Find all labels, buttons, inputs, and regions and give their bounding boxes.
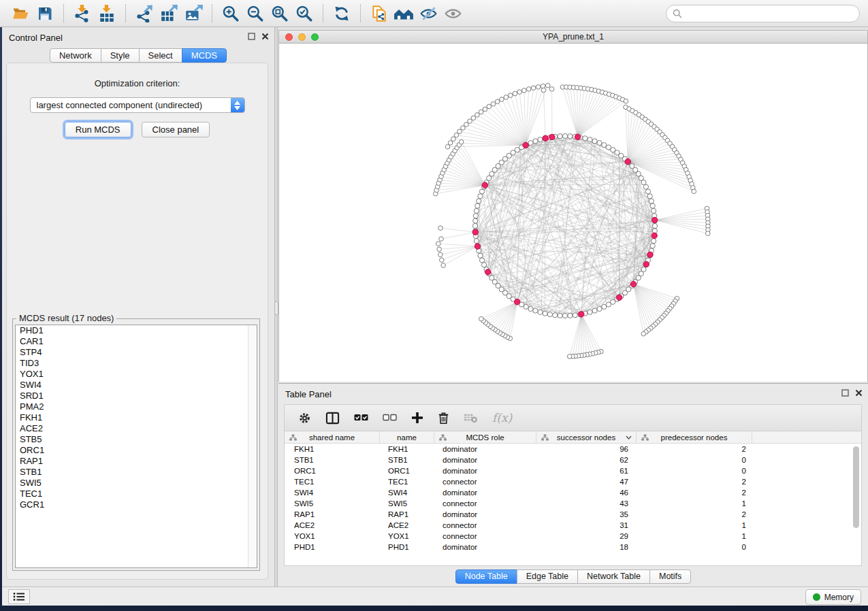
network-node[interactable] <box>543 311 547 316</box>
network-node[interactable] <box>471 116 476 120</box>
mcds-result-item[interactable]: SWI4 <box>16 380 257 391</box>
column-header-mcds-role[interactable]: MCDS role <box>434 431 536 443</box>
mcds-hub-node[interactable] <box>579 312 584 317</box>
table-row[interactable]: ORC1ORC1dominator610 <box>285 465 861 476</box>
network-node[interactable] <box>533 308 538 313</box>
function-builder-button[interactable]: f(x) <box>492 411 512 425</box>
column-header-shared-name[interactable]: shared name <box>285 431 380 443</box>
network-node[interactable] <box>528 140 533 145</box>
network-node[interactable] <box>558 134 562 139</box>
create-column-button[interactable] <box>411 412 423 424</box>
mcds-hub-node[interactable] <box>485 269 491 275</box>
network-node[interactable] <box>647 194 652 199</box>
network-node[interactable] <box>533 139 538 144</box>
tab-network[interactable]: Network <box>50 48 101 63</box>
network-node[interactable] <box>517 90 522 95</box>
network-node[interactable] <box>474 239 479 244</box>
network-node[interactable] <box>524 304 528 309</box>
network-node[interactable] <box>652 223 657 228</box>
memory-button[interactable]: Memory <box>805 589 861 605</box>
mcds-result-item[interactable]: STB1 <box>16 467 257 478</box>
network-node[interactable] <box>479 110 483 114</box>
import-network-button[interactable] <box>70 3 95 24</box>
mcds-hub-node[interactable] <box>523 142 528 148</box>
network-canvas[interactable] <box>279 44 867 382</box>
mcds-result-item[interactable]: SRD1 <box>16 391 257 401</box>
network-node[interactable] <box>461 126 466 131</box>
list-scrollbar[interactable] <box>248 325 257 567</box>
network-node[interactable] <box>558 313 562 318</box>
network-node[interactable] <box>509 93 513 98</box>
network-node[interactable] <box>522 88 527 93</box>
mcds-hub-node[interactable] <box>543 135 548 141</box>
network-node[interactable] <box>479 258 484 263</box>
select-all-button[interactable] <box>354 413 368 423</box>
save-session-button[interactable] <box>33 3 57 24</box>
import-table-button[interactable] <box>95 3 119 24</box>
mcds-result-item[interactable]: GCR1 <box>16 499 257 510</box>
network-node[interactable] <box>478 253 483 258</box>
first-neighbors-button[interactable] <box>391 3 416 24</box>
network-node[interactable] <box>538 310 543 314</box>
network-node[interactable] <box>491 102 496 107</box>
network-node[interactable] <box>602 304 607 309</box>
tab-style[interactable]: Style <box>101 48 140 63</box>
network-node[interactable] <box>573 313 577 318</box>
deselect-all-button[interactable] <box>383 413 397 423</box>
tab-edge-table[interactable]: Edge Table <box>517 569 578 584</box>
network-node[interactable] <box>641 331 646 336</box>
network-node[interactable] <box>445 144 450 149</box>
tab-node-table[interactable]: Node Table <box>455 569 517 584</box>
network-node[interactable] <box>475 203 480 208</box>
column-header-predecessor-nodes[interactable]: predecessor nodes <box>637 431 752 443</box>
network-node[interactable] <box>597 306 602 311</box>
mcds-result-item[interactable]: SWI5 <box>16 478 257 489</box>
network-node[interactable] <box>479 316 484 321</box>
network-node[interactable] <box>479 189 484 194</box>
network-node[interactable] <box>547 312 552 317</box>
network-node[interactable] <box>568 313 573 318</box>
network-node[interactable] <box>545 83 550 88</box>
float-panel-icon[interactable] <box>248 33 255 40</box>
show-columns-button[interactable] <box>325 412 340 425</box>
network-node[interactable] <box>624 99 628 103</box>
network-node[interactable] <box>441 263 446 268</box>
mcds-hub-node[interactable] <box>630 281 636 286</box>
tab-network-table[interactable]: Network Table <box>577 569 650 584</box>
mcds-hub-node[interactable] <box>643 261 649 267</box>
window-maximize-icon[interactable] <box>311 33 319 41</box>
network-node[interactable] <box>538 137 543 142</box>
mcds-result-item[interactable]: STP4 <box>16 347 257 358</box>
network-graph[interactable] <box>279 44 868 382</box>
network-node[interactable] <box>588 310 592 314</box>
network-node[interactable] <box>448 141 453 146</box>
network-node[interactable] <box>652 239 656 244</box>
network-node[interactable] <box>451 137 456 142</box>
network-node[interactable] <box>495 99 500 104</box>
zoom-in-button[interactable] <box>219 3 243 24</box>
mcds-hub-node[interactable] <box>616 295 622 300</box>
network-node[interactable] <box>692 189 696 194</box>
table-row[interactable]: SWI5SWI5connector431 <box>285 498 861 509</box>
mcds-hub-node[interactable] <box>652 233 657 238</box>
network-node[interactable] <box>438 252 443 257</box>
network-node[interactable] <box>500 97 504 102</box>
network-node[interactable] <box>541 88 546 93</box>
mcds-result-item[interactable]: FKH1 <box>16 412 257 423</box>
network-node[interactable] <box>643 184 648 189</box>
zoom-out-button[interactable] <box>243 3 268 24</box>
network-node[interactable] <box>526 87 531 92</box>
mcds-hub-node[interactable] <box>625 159 630 164</box>
network-node[interactable] <box>588 137 592 142</box>
zoom-selected-button[interactable] <box>292 3 317 24</box>
optimization-criterion-select[interactable]: largest connected component (undirected) <box>30 97 245 113</box>
duplicate-network-button[interactable] <box>367 3 391 24</box>
network-node[interactable] <box>438 226 443 231</box>
network-node[interactable] <box>473 218 478 223</box>
network-node[interactable] <box>483 107 487 112</box>
table-row[interactable]: PHD1PHD1dominator180 <box>285 542 861 552</box>
tab-mcds[interactable]: MCDS <box>182 48 227 63</box>
export-table-button[interactable] <box>157 3 181 24</box>
mcds-result-item[interactable]: RAP1 <box>16 456 257 467</box>
network-node[interactable] <box>436 242 441 246</box>
